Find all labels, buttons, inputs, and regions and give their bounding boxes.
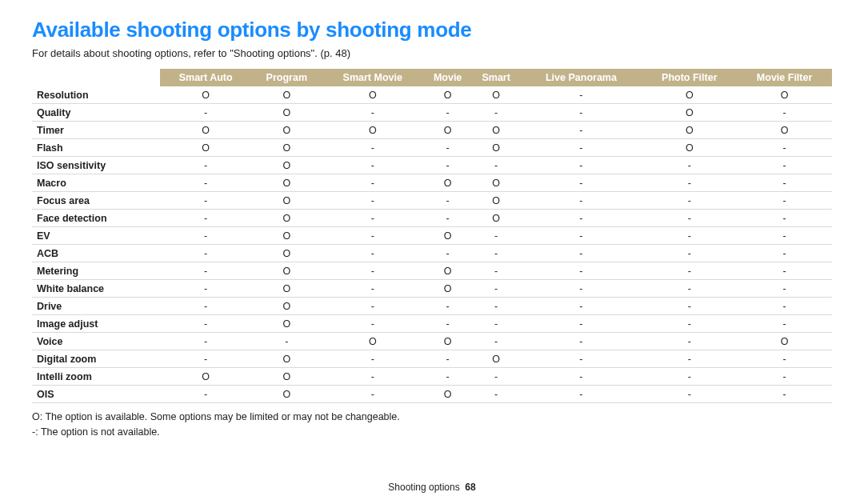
cell: O [423,174,472,192]
cell: - [160,227,251,245]
row-label: Focus area [32,192,160,210]
cell: - [737,386,832,403]
cell: - [160,157,251,174]
cell: - [642,368,737,386]
row-label: Quality [32,104,160,122]
table-row: Drive-O------ [32,298,832,315]
cell: O [472,350,521,368]
cell: - [322,245,423,262]
table-row: ISO sensitivity-O------ [32,157,832,174]
cell: O [472,139,521,157]
cell: - [520,104,642,122]
cell: - [520,210,642,227]
row-label: EV [32,227,160,245]
cell: - [322,262,423,280]
cell: - [160,386,251,403]
cell: - [472,227,521,245]
cell: - [520,174,642,192]
cell: - [160,298,251,315]
row-label: Metering [32,262,160,280]
row-label: OIS [32,386,160,403]
cell: O [472,174,521,192]
cell: - [520,298,642,315]
cell: - [322,192,423,210]
row-label: Resolution [32,86,160,104]
cell: O [251,157,322,174]
row-label: Image adjust [32,315,160,333]
cell: - [737,298,832,315]
cell: - [520,139,642,157]
options-table: Smart AutoProgramSmart MovieMovieSmartLi… [32,69,832,403]
cell: O [423,227,472,245]
cell: - [472,315,521,333]
cell: O [642,86,737,104]
cell: - [472,280,521,298]
cell: - [472,104,521,122]
cell: O [642,122,737,139]
cell: - [520,315,642,333]
header-smart: Smart [472,69,521,86]
cell: - [737,174,832,192]
cell: O [251,227,322,245]
cell: - [322,368,423,386]
cell: - [520,350,642,368]
cell: - [642,298,737,315]
page-subtitle: For details about shooting options, refe… [32,47,832,59]
table-row: OIS-O-O---- [32,386,832,403]
header-photo-filter: Photo Filter [642,69,737,86]
cell: O [472,86,521,104]
cell: O [737,333,832,350]
table-row: FlashOO--O-O- [32,139,832,157]
cell: O [251,298,322,315]
footer-page-number: 68 [465,482,475,493]
cell: - [472,386,521,403]
header-live-panorama: Live Panorama [520,69,642,86]
cell: - [737,157,832,174]
cell: O [160,139,251,157]
cell: O [251,210,322,227]
cell: O [251,280,322,298]
cell: - [642,262,737,280]
cell: O [322,333,423,350]
cell: - [322,174,423,192]
cell: - [423,350,472,368]
cell: O [251,139,322,157]
cell: O [251,245,322,262]
row-label: Timer [32,122,160,139]
cell: O [423,333,472,350]
cell: - [160,333,251,350]
cell: - [642,350,737,368]
cell: O [251,192,322,210]
cell: - [520,368,642,386]
row-label: Voice [32,333,160,350]
cell: O [472,192,521,210]
cell: O [642,139,737,157]
header-smart-movie: Smart Movie [322,69,423,86]
cell: - [642,210,737,227]
cell: O [322,86,423,104]
cell: - [737,227,832,245]
table-row: Face detection-O--O--- [32,210,832,227]
header-program: Program [251,69,322,86]
cell: - [160,192,251,210]
cell: - [737,104,832,122]
row-label: Intelli zoom [32,368,160,386]
cell: - [322,139,423,157]
table-row: Quality-O----O- [32,104,832,122]
cell: - [423,139,472,157]
cell: - [520,245,642,262]
footer-section: Shooting options [388,482,459,493]
cell: O [251,86,322,104]
cell: O [423,262,472,280]
cell: - [322,227,423,245]
cell: - [322,104,423,122]
cell: - [472,157,521,174]
table-row: EV-O-O---- [32,227,832,245]
cell: - [737,315,832,333]
cell: - [737,280,832,298]
cell: - [642,280,737,298]
cell: - [520,386,642,403]
cell: - [160,350,251,368]
cell: O [737,86,832,104]
row-label: White balance [32,280,160,298]
